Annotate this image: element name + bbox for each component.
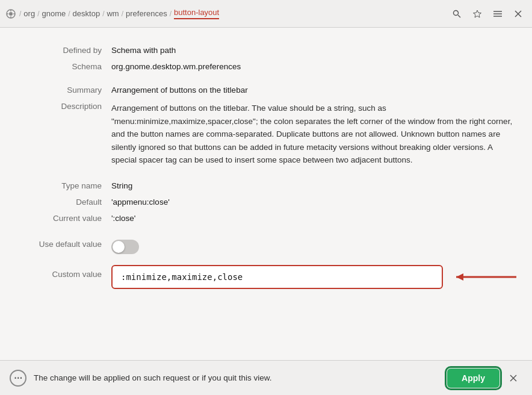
- info-icon[interactable]: ⋯: [10, 370, 26, 387]
- defined-by-value: Schema with path: [111, 42, 532, 58]
- menu-button[interactable]: [489, 5, 507, 23]
- summary-value: Arrangement of buttons on the titlebar: [111, 82, 532, 98]
- type-name-value: String: [111, 178, 532, 194]
- search-icon: [453, 10, 461, 18]
- breadcrumb-org[interactable]: org: [23, 9, 35, 18]
- custom-value-container: [111, 260, 532, 293]
- svg-marker-15: [456, 273, 463, 281]
- type-name-label: Type name: [0, 178, 111, 194]
- schema-value: org.gnome.desktop.wm.preferences: [111, 58, 532, 75]
- breadcrumb: / org / gnome / desktop / wm / preferenc…: [5, 8, 445, 20]
- bottom-close-button[interactable]: [504, 369, 522, 387]
- current-value-label: Current value: [0, 210, 111, 226]
- description-label: Description: [0, 98, 111, 114]
- titlebar-actions: [448, 5, 527, 23]
- breadcrumb-wm[interactable]: wm: [107, 9, 119, 18]
- description-value: Arrangement of buttons on the titlebar. …: [111, 98, 532, 170]
- info-icon-label: ⋯: [14, 373, 22, 383]
- breadcrumb-desktop[interactable]: desktop: [73, 9, 101, 18]
- titlebar: / org / gnome / desktop / wm / preferenc…: [0, 0, 532, 28]
- custom-value-label: Custom value: [0, 260, 111, 282]
- divider-3: [0, 226, 532, 234]
- app-icon: [5, 8, 17, 20]
- custom-value-row: [111, 265, 522, 289]
- breadcrumb-sep-2: /: [37, 10, 39, 18]
- breadcrumb-sep-4: /: [102, 10, 104, 18]
- breadcrumb-gnome[interactable]: gnome: [42, 9, 66, 18]
- breadcrumb-preferences[interactable]: preferences: [126, 9, 167, 18]
- summary-label: Summary: [0, 82, 111, 98]
- svg-point-6: [454, 10, 459, 15]
- breadcrumb-sep-1: /: [19, 10, 21, 18]
- toggle-row: [111, 237, 518, 257]
- current-value: ':close': [111, 210, 532, 226]
- custom-value-input[interactable]: [111, 265, 443, 289]
- use-default-toggle[interactable]: [111, 240, 139, 254]
- svg-marker-8: [474, 10, 481, 17]
- use-default-toggle-container: [111, 234, 532, 260]
- use-default-label: Use default value: [0, 234, 111, 252]
- schema-label: Schema: [0, 58, 111, 75]
- breadcrumb-sep-5: /: [122, 10, 123, 18]
- star-icon: [473, 10, 481, 18]
- arrow-icon: [450, 270, 522, 284]
- divider-1: [0, 75, 532, 82]
- info-grid: Defined by Schema with path Schema org.g…: [0, 42, 532, 293]
- close-icon: [515, 10, 522, 17]
- divider-2: [0, 170, 532, 178]
- apply-button[interactable]: Apply: [447, 369, 500, 388]
- hamburger-icon: [493, 10, 502, 17]
- breadcrumb-button-layout[interactable]: button-layout: [174, 8, 219, 19]
- breadcrumb-sep-3: /: [68, 10, 70, 18]
- bottom-message: The change will be applied on such reque…: [34, 373, 447, 382]
- arrow-indicator: [450, 270, 522, 284]
- defined-by-label: Defined by: [0, 42, 111, 58]
- svg-line-7: [458, 15, 460, 17]
- svg-point-1: [9, 12, 13, 16]
- default-value: 'appmenu:close': [111, 194, 532, 210]
- bottom-close-icon: [510, 375, 517, 382]
- main-content: Defined by Schema with path Schema org.g…: [0, 28, 532, 360]
- toggle-knob: [113, 241, 125, 253]
- window-close-button[interactable]: [509, 5, 527, 23]
- breadcrumb-sep-6: /: [170, 10, 172, 18]
- search-button[interactable]: [448, 5, 466, 23]
- default-label: Default: [0, 194, 111, 210]
- bottom-bar: ⋯ The change will be applied on such req…: [0, 360, 532, 395]
- bookmark-button[interactable]: [468, 5, 486, 23]
